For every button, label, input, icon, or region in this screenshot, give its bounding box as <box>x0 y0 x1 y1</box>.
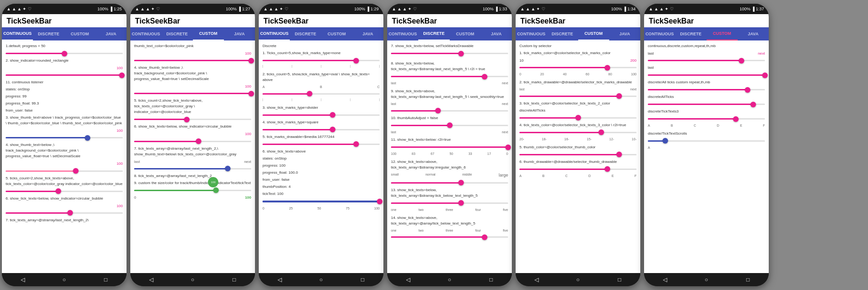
tab-java-5[interactable]: JAVA <box>609 27 640 40</box>
status-right-2: 100% ▐ 1:27 <box>226 7 250 11</box>
tab-custom-6[interactable]: CUSTOM <box>707 27 738 40</box>
content-4: 7. show_tick_texts=below, setTickMarksDr… <box>387 40 512 273</box>
tab-custom-2[interactable]: CUSTOM <box>193 27 224 40</box>
home-btn-4[interactable]: ○ <box>446 276 453 283</box>
slider-3-3[interactable] <box>263 114 380 116</box>
back-btn-6[interactable]: ◁ <box>661 276 669 283</box>
slider-1-4[interactable]: 100 <box>6 161 123 171</box>
tab-discrete-4[interactable]: DISCRETE <box>418 27 449 40</box>
tab-java-3[interactable]: JAVA <box>352 27 383 40</box>
phone-2: ▲ ▲ ▲ ✦ ♡ 100% ▐ 1:27 TickSeekBar CONTIN… <box>130 4 255 286</box>
slider-4-5[interactable]: 10083675033170 <box>391 146 508 156</box>
line-4-0: 7. show_tick_texts=below, setTickMarksDr… <box>391 43 508 49</box>
home-btn-2[interactable]: ○ <box>189 276 196 283</box>
tab-discrete-2[interactable]: DISCRETE <box>161 27 192 40</box>
slider-4-6[interactable]: smallnormalmiddlelarge <box>391 172 508 184</box>
slider-3-4[interactable] <box>263 129 380 130</box>
slider-5-2[interactable]: lastnext <box>519 87 637 97</box>
tab-java-2[interactable]: JAVA <box>224 27 255 40</box>
line-3-9: from_user: false <box>263 177 380 183</box>
tab-custom-3[interactable]: CUSTOM <box>321 27 352 40</box>
line-3-6: states: onStop <box>263 156 380 161</box>
slider-6-4[interactable] <box>648 104 765 105</box>
tab-discrete-5[interactable]: DISCRETE <box>547 27 578 40</box>
home-btn-6[interactable]: ○ <box>702 276 710 283</box>
slider-6-3[interactable] <box>648 89 765 90</box>
line-1-3: 11. continuous listener <box>6 80 123 85</box>
slider-4-2[interactable]: lastnext <box>391 76 508 86</box>
slider-3-5[interactable] <box>263 144 380 145</box>
recent-btn-4[interactable]: □ <box>487 276 495 283</box>
nav-3: ◁ ○ □ <box>259 273 383 286</box>
tab-continuous-3[interactable]: CONTINUOUS <box>259 27 290 40</box>
recent-btn-1[interactable]: □ <box>102 276 110 283</box>
slider-1-5[interactable] <box>6 191 123 192</box>
tab-java-1[interactable]: JAVA <box>96 27 127 40</box>
tab-continuous-5[interactable]: CONTINUOUS <box>516 27 547 40</box>
back-btn-2[interactable]: ◁ <box>147 276 155 283</box>
line-1-12: 7. tick_texts_array=@strarray/last_next_… <box>6 218 123 223</box>
recent-btn-6[interactable]: □ <box>744 276 752 283</box>
slider-4-7[interactable]: onetwothreefourfive <box>391 202 508 212</box>
tab-java-4[interactable]: JAVA <box>481 27 512 40</box>
slider-3-2[interactable]: ABC <box>263 85 380 102</box>
slider-5-5[interactable] <box>519 154 637 155</box>
slider-1-1[interactable] <box>6 53 123 54</box>
tab-discrete-3[interactable]: DISCRETE <box>290 27 321 40</box>
line-3-3: 4. show_tick_marks_type=square <box>263 120 380 125</box>
slider-2-4[interactable]: 100 <box>134 131 251 142</box>
back-btn-3[interactable]: ◁ <box>276 276 283 283</box>
slider-6-1[interactable]: lastnext <box>648 51 765 61</box>
slider-6-6[interactable]: A <box>648 140 765 150</box>
app-title-6: TickSeekBar <box>644 14 769 27</box>
line-1-11: 6. show_tick_texts=below, show_indicator… <box>6 196 123 201</box>
recent-btn-5[interactable]: □ <box>616 276 623 283</box>
slider-1-6[interactable]: 100 <box>6 203 123 214</box>
slider-2-6[interactable]: 100 0 100 <box>134 190 251 200</box>
status-bar-2: ▲ ▲ ▲ ✦ ♡ 100% ▐ 1:27 <box>130 4 255 14</box>
tab-java-6[interactable]: JAVA <box>738 27 769 40</box>
slider-4-3[interactable]: lastnext <box>391 102 508 112</box>
tab-discrete-6[interactable]: DISCRETE <box>675 27 706 40</box>
slider-5-6[interactable]: ABCDEF <box>519 169 637 178</box>
slider-val-left: 0 <box>134 195 136 200</box>
back-btn-4[interactable]: ◁ <box>404 276 412 283</box>
tab-custom-5[interactable]: CUSTOM <box>578 27 609 40</box>
tab-continuous-2[interactable]: CONTINUOUS <box>130 27 161 40</box>
tab-continuous-4[interactable]: CONTINUOUS <box>387 27 418 40</box>
back-btn-1[interactable]: ◁ <box>19 276 26 283</box>
slider-6-5[interactable]: ABCDEF <box>648 118 765 128</box>
tab-continuous-6[interactable]: CONTINUOUS <box>644 27 675 40</box>
slider-2-1[interactable]: 100 <box>134 51 251 61</box>
tab-custom-4[interactable]: CUSTOM <box>450 27 481 40</box>
slider-4-8[interactable]: onetwothreefourfive <box>391 228 508 238</box>
slider-2-5[interactable]: last next <box>134 159 251 169</box>
back-btn-5[interactable]: ◁ <box>533 276 540 283</box>
tab-discrete-1[interactable]: DISCRETE <box>33 27 64 40</box>
slider-4-1[interactable] <box>391 53 508 58</box>
slider-1-3[interactable]: 100 <box>6 128 123 138</box>
tab-bar-4: CONTINUOUS DISCRETE CUSTOM JAVA <box>387 27 512 40</box>
recent-btn-2[interactable]: □ <box>231 276 238 283</box>
home-btn-1[interactable]: ○ <box>60 276 68 283</box>
slider-1-2[interactable]: 100 <box>6 65 123 76</box>
slider-3-1[interactable] <box>263 60 380 69</box>
slider-2-2[interactable]: 100 <box>134 84 251 94</box>
slider-5-3[interactable] <box>519 117 637 119</box>
line-4-4: 11. show_tick_texts=below: r2l=true <box>391 137 508 143</box>
status-left-3: ▲ ▲ ▲ ✦ ♡ <box>263 7 288 11</box>
home-btn-5[interactable]: ○ <box>574 276 581 283</box>
home-btn-3[interactable]: ○ <box>317 276 325 283</box>
slider-5-4[interactable]: -10-12-15-16-18-20 <box>519 132 637 142</box>
line-1-4: states: onStop <box>6 87 123 92</box>
slider-3-6[interactable]: 0255075100 <box>263 201 380 211</box>
status-left-6: ▲ ▲ ▲ ✦ ♡ <box>649 7 674 11</box>
slider-5-1[interactable]: 10200 020406080100 <box>519 58 637 77</box>
slider-6-2[interactable] <box>648 74 765 76</box>
slider-2-3[interactable] <box>134 119 251 120</box>
tab-continuous-1[interactable]: CONTINUOUS <box>2 27 33 40</box>
line-6-1: last <box>648 65 765 71</box>
slider-4-4[interactable]: lastnext <box>391 125 508 135</box>
recent-btn-3[interactable]: □ <box>359 276 366 283</box>
tab-custom-1[interactable]: CUSTOM <box>64 27 96 40</box>
